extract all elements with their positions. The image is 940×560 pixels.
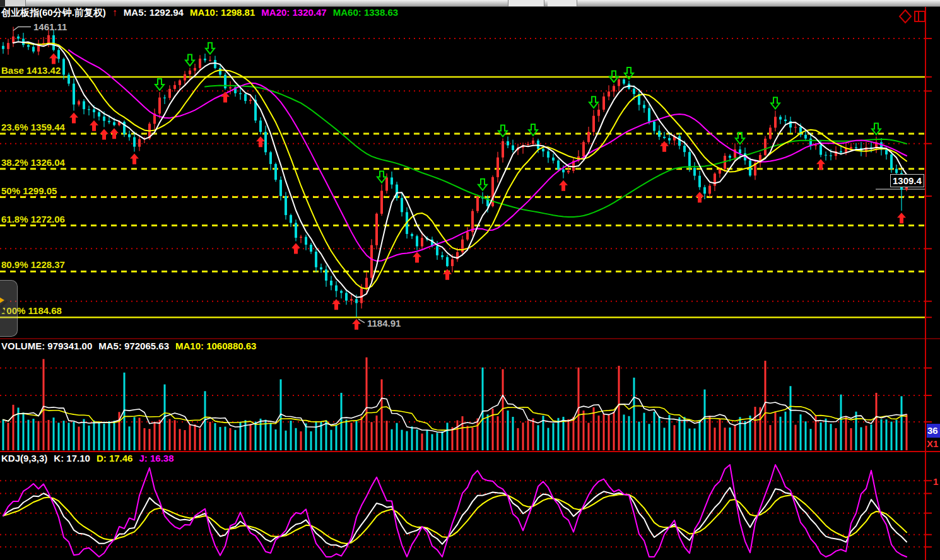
volume-bar [109, 421, 110, 450]
candle-body [83, 102, 85, 110]
volume-bar [618, 366, 620, 450]
candle-body [547, 151, 549, 158]
volume-bar [714, 428, 716, 450]
volume-bar [866, 426, 867, 450]
titlebar-button-1[interactable] [508, 0, 544, 6]
volume-bar [275, 429, 277, 450]
candle-body [608, 91, 610, 96]
volume-bar [891, 422, 893, 450]
volume-bar [48, 420, 50, 450]
candle-body [17, 37, 20, 38]
candle-body [890, 155, 893, 169]
titlebar-tab[interactable] [5, 0, 26, 6]
volume-bar [659, 416, 661, 450]
buy-signal-arrow [352, 319, 361, 330]
candle-body [320, 267, 322, 269]
window-titlebar[interactable] [0, 0, 940, 7]
high-price-annotation: 1461.11 [33, 21, 67, 32]
candle-body [804, 135, 807, 139]
candle-body [239, 93, 242, 94]
volume-bar [588, 423, 590, 450]
volume-bar [169, 419, 171, 450]
buy-signal-arrow [69, 113, 78, 124]
candle-body [830, 155, 832, 156]
volume-bar [68, 423, 70, 450]
candle-body [602, 96, 605, 110]
candle-body [27, 45, 30, 47]
ma20-legend: MA20: 1320.47 [261, 7, 326, 18]
volume-bar [310, 431, 312, 450]
volume-bar [43, 359, 45, 450]
candle-body [502, 141, 504, 158]
candle-body [184, 74, 186, 81]
candle-body [668, 138, 671, 141]
volume-bar [477, 418, 479, 450]
scroll-left-overlay[interactable] [0, 280, 18, 337]
volume-bar [472, 428, 474, 450]
candle-body [229, 87, 232, 88]
volume-bar [739, 417, 741, 450]
candle-body [325, 269, 327, 281]
volume-bar [315, 421, 317, 450]
buy-signal-arrow [559, 180, 568, 191]
volume-bar [129, 426, 131, 450]
volume-bar [437, 433, 438, 450]
volume-bar [689, 429, 691, 450]
candle-body [310, 245, 312, 252]
candle-body [613, 86, 615, 91]
candle-series [2, 27, 908, 317]
sell-signal-arrow [589, 96, 598, 108]
candle-body [855, 147, 857, 148]
candle-body [57, 50, 60, 59]
candle-body [512, 145, 514, 150]
candle-body [476, 197, 479, 211]
volume-bar [901, 396, 903, 450]
volume-bar [861, 427, 862, 450]
volume-bar [780, 417, 782, 450]
candle-body [698, 176, 701, 187]
diamond-icon[interactable] [900, 10, 911, 23]
volume-bar [300, 431, 302, 450]
volume-bar [795, 425, 797, 450]
candle-body [259, 120, 262, 132]
volume-bar [23, 412, 25, 450]
candle-body [451, 259, 454, 266]
buy-signal-arrow [90, 120, 98, 131]
volume-bar [850, 428, 852, 450]
candle-body [52, 35, 55, 50]
buy-signal-arrow [221, 92, 230, 103]
volume-bar [482, 368, 484, 450]
kdj-j-value: J: 16.38 [139, 453, 173, 464]
sell-signal-arrow [377, 172, 386, 183]
volume-bar [93, 421, 95, 450]
candle-body [703, 187, 706, 194]
volume-bar [719, 419, 721, 450]
titlebar-button-2[interactable] [548, 0, 577, 6]
axes [0, 6, 940, 560]
volume-multiplier-label: X1 [927, 438, 938, 449]
candle-body [557, 161, 560, 170]
volume-bar [628, 416, 630, 450]
volume-bar [830, 424, 832, 450]
volume-bar [467, 426, 469, 450]
volume-bar [507, 411, 509, 450]
volume-bar [58, 423, 60, 450]
candle-body [416, 236, 418, 246]
candle-body [340, 291, 343, 293]
volume-scale-badge: 36 [927, 424, 940, 438]
chart-canvas[interactable] [0, 0, 940, 560]
candle-body [840, 151, 842, 153]
volume-bar [194, 424, 196, 450]
split-window-icon[interactable] [915, 11, 925, 21]
signal-arrows [49, 43, 906, 330]
kdj-indicator-label: KDJ(9,3,3) [1, 453, 47, 464]
volume-bar [103, 424, 105, 450]
volume-bar [457, 421, 459, 450]
volume-bar [401, 430, 403, 450]
candle-body [133, 137, 136, 147]
low-marker-line [358, 319, 365, 323]
volume-bar [724, 428, 726, 450]
volume-bar [598, 416, 600, 450]
candle-body [587, 132, 590, 142]
candle-body [78, 102, 80, 105]
